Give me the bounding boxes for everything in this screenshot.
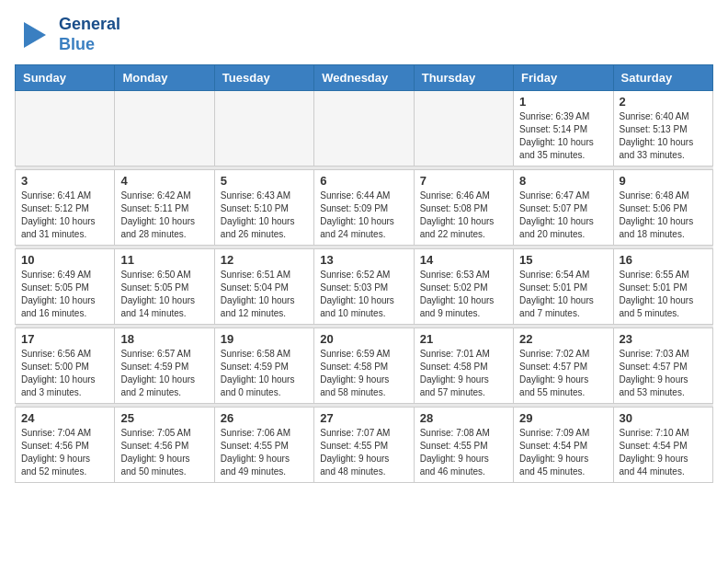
calendar-cell: 3Sunrise: 6:41 AM Sunset: 5:12 PM Daylig… <box>16 170 115 246</box>
week-row-5: 24Sunrise: 7:04 AM Sunset: 4:56 PM Dayli… <box>16 408 713 483</box>
day-number: 4 <box>120 174 208 188</box>
day-number: 11 <box>120 253 208 267</box>
calendar-cell: 28Sunrise: 7:08 AM Sunset: 4:55 PM Dayli… <box>414 408 513 483</box>
calendar-cell: 19Sunrise: 6:58 AM Sunset: 4:59 PM Dayli… <box>214 328 313 404</box>
weekday-header-thursday: Thursday <box>414 65 513 91</box>
calendar-cell: 10Sunrise: 6:49 AM Sunset: 5:05 PM Dayli… <box>16 249 115 325</box>
week-row-1: 1Sunrise: 6:39 AM Sunset: 5:14 PM Daylig… <box>16 91 713 167</box>
calendar-cell: 2Sunrise: 6:40 AM Sunset: 5:13 PM Daylig… <box>613 91 712 167</box>
weekday-header-tuesday: Tuesday <box>214 65 313 91</box>
calendar-cell: 20Sunrise: 6:59 AM Sunset: 4:58 PM Dayli… <box>314 328 414 404</box>
day-number: 7 <box>420 174 507 188</box>
calendar-cell: 22Sunrise: 7:02 AM Sunset: 4:57 PM Dayli… <box>514 328 613 404</box>
day-number: 6 <box>320 174 407 188</box>
day-number: 29 <box>519 411 607 425</box>
calendar-cell <box>16 91 115 167</box>
day-info: Sunrise: 6:55 AM Sunset: 5:01 PM Dayligh… <box>620 269 707 320</box>
day-number: 19 <box>221 332 308 346</box>
calendar-cell: 6Sunrise: 6:44 AM Sunset: 5:09 PM Daylig… <box>314 170 414 246</box>
day-info: Sunrise: 6:43 AM Sunset: 5:10 PM Dayligh… <box>221 190 308 241</box>
day-number: 5 <box>221 174 308 188</box>
day-number: 27 <box>320 411 407 425</box>
calendar-cell: 15Sunrise: 6:54 AM Sunset: 5:01 PM Dayli… <box>514 249 613 325</box>
calendar-cell: 24Sunrise: 7:04 AM Sunset: 4:56 PM Dayli… <box>16 408 115 483</box>
weekday-header-row: SundayMondayTuesdayWednesdayThursdayFrid… <box>16 65 713 91</box>
day-number: 24 <box>21 411 108 425</box>
calendar-cell: 11Sunrise: 6:50 AM Sunset: 5:05 PM Dayli… <box>115 249 214 325</box>
calendar-cell <box>414 91 513 167</box>
weekday-header-sunday: Sunday <box>16 65 115 91</box>
day-info: Sunrise: 6:56 AM Sunset: 5:00 PM Dayligh… <box>21 348 108 399</box>
calendar-cell: 16Sunrise: 6:55 AM Sunset: 5:01 PM Dayli… <box>613 249 712 325</box>
day-info: Sunrise: 6:52 AM Sunset: 5:03 PM Dayligh… <box>320 269 407 320</box>
day-number: 3 <box>21 174 108 188</box>
day-info: Sunrise: 7:06 AM Sunset: 4:55 PM Dayligh… <box>221 427 308 478</box>
calendar-cell: 13Sunrise: 6:52 AM Sunset: 5:03 PM Dayli… <box>314 249 414 325</box>
day-info: Sunrise: 6:46 AM Sunset: 5:08 PM Dayligh… <box>420 190 507 241</box>
day-info: Sunrise: 6:48 AM Sunset: 5:06 PM Dayligh… <box>620 190 707 241</box>
day-number: 13 <box>320 253 407 267</box>
day-info: Sunrise: 7:01 AM Sunset: 4:58 PM Dayligh… <box>420 348 507 399</box>
calendar-cell: 1Sunrise: 6:39 AM Sunset: 5:14 PM Daylig… <box>514 91 613 167</box>
day-info: Sunrise: 6:41 AM Sunset: 5:12 PM Dayligh… <box>21 190 108 241</box>
day-info: Sunrise: 7:04 AM Sunset: 4:56 PM Dayligh… <box>21 427 108 478</box>
day-info: Sunrise: 7:08 AM Sunset: 4:55 PM Dayligh… <box>420 427 507 478</box>
day-number: 9 <box>620 174 707 188</box>
day-info: Sunrise: 6:51 AM Sunset: 5:04 PM Dayligh… <box>221 269 308 320</box>
header: GeneralBlue <box>15 15 713 55</box>
day-number: 28 <box>420 411 507 425</box>
calendar: SundayMondayTuesdayWednesdayThursdayFrid… <box>15 64 713 483</box>
day-info: Sunrise: 7:09 AM Sunset: 4:54 PM Dayligh… <box>519 427 607 478</box>
day-info: Sunrise: 6:40 AM Sunset: 5:13 PM Dayligh… <box>620 110 707 162</box>
calendar-cell: 7Sunrise: 6:46 AM Sunset: 5:08 PM Daylig… <box>414 170 513 246</box>
week-row-3: 10Sunrise: 6:49 AM Sunset: 5:05 PM Dayli… <box>16 249 713 325</box>
day-info: Sunrise: 6:58 AM Sunset: 4:59 PM Dayligh… <box>221 348 308 399</box>
calendar-cell: 29Sunrise: 7:09 AM Sunset: 4:54 PM Dayli… <box>514 408 613 483</box>
weekday-header-wednesday: Wednesday <box>314 65 414 91</box>
calendar-cell <box>115 91 214 167</box>
day-number: 12 <box>221 253 308 267</box>
day-number: 10 <box>21 253 108 267</box>
day-number: 23 <box>620 332 707 346</box>
calendar-cell <box>214 91 313 167</box>
day-info: Sunrise: 6:47 AM Sunset: 5:07 PM Dayligh… <box>519 190 607 241</box>
day-info: Sunrise: 7:05 AM Sunset: 4:56 PM Dayligh… <box>120 427 208 478</box>
day-number: 26 <box>221 411 308 425</box>
day-info: Sunrise: 6:42 AM Sunset: 5:11 PM Dayligh… <box>120 190 208 241</box>
calendar-cell: 25Sunrise: 7:05 AM Sunset: 4:56 PM Dayli… <box>115 408 214 483</box>
day-number: 17 <box>21 332 108 346</box>
day-info: Sunrise: 6:49 AM Sunset: 5:05 PM Dayligh… <box>21 269 108 320</box>
calendar-cell: 27Sunrise: 7:07 AM Sunset: 4:55 PM Dayli… <box>314 408 414 483</box>
logo: GeneralBlue <box>15 15 120 55</box>
day-info: Sunrise: 7:03 AM Sunset: 4:57 PM Dayligh… <box>620 348 707 399</box>
day-info: Sunrise: 6:54 AM Sunset: 5:01 PM Dayligh… <box>519 269 607 320</box>
calendar-cell: 17Sunrise: 6:56 AM Sunset: 5:00 PM Dayli… <box>16 328 115 404</box>
week-row-4: 17Sunrise: 6:56 AM Sunset: 5:00 PM Dayli… <box>16 328 713 404</box>
calendar-cell: 5Sunrise: 6:43 AM Sunset: 5:10 PM Daylig… <box>214 170 313 246</box>
calendar-cell: 8Sunrise: 6:47 AM Sunset: 5:07 PM Daylig… <box>514 170 613 246</box>
calendar-cell: 21Sunrise: 7:01 AM Sunset: 4:58 PM Dayli… <box>414 328 513 404</box>
calendar-cell: 23Sunrise: 7:03 AM Sunset: 4:57 PM Dayli… <box>613 328 712 404</box>
day-info: Sunrise: 7:07 AM Sunset: 4:55 PM Dayligh… <box>320 427 407 478</box>
day-number: 20 <box>320 332 407 346</box>
day-info: Sunrise: 7:02 AM Sunset: 4:57 PM Dayligh… <box>519 348 607 399</box>
day-info: Sunrise: 7:10 AM Sunset: 4:54 PM Dayligh… <box>620 427 707 478</box>
calendar-cell: 30Sunrise: 7:10 AM Sunset: 4:54 PM Dayli… <box>613 408 712 483</box>
calendar-cell: 4Sunrise: 6:42 AM Sunset: 5:11 PM Daylig… <box>115 170 214 246</box>
day-number: 21 <box>420 332 507 346</box>
day-info: Sunrise: 6:53 AM Sunset: 5:02 PM Dayligh… <box>420 269 507 320</box>
logo-name-line2: Blue <box>59 35 120 55</box>
day-info: Sunrise: 6:50 AM Sunset: 5:05 PM Dayligh… <box>120 269 208 320</box>
day-number: 15 <box>519 253 607 267</box>
day-number: 14 <box>420 253 507 267</box>
logo-svg <box>15 15 55 55</box>
day-info: Sunrise: 6:59 AM Sunset: 4:58 PM Dayligh… <box>320 348 407 399</box>
calendar-cell: 12Sunrise: 6:51 AM Sunset: 5:04 PM Dayli… <box>214 249 313 325</box>
calendar-cell <box>314 91 414 167</box>
day-info: Sunrise: 6:39 AM Sunset: 5:14 PM Dayligh… <box>519 110 607 162</box>
week-row-2: 3Sunrise: 6:41 AM Sunset: 5:12 PM Daylig… <box>16 170 713 246</box>
weekday-header-monday: Monday <box>115 65 214 91</box>
day-number: 22 <box>519 332 607 346</box>
day-number: 2 <box>620 95 707 109</box>
logo-name-line1: General <box>59 15 120 35</box>
